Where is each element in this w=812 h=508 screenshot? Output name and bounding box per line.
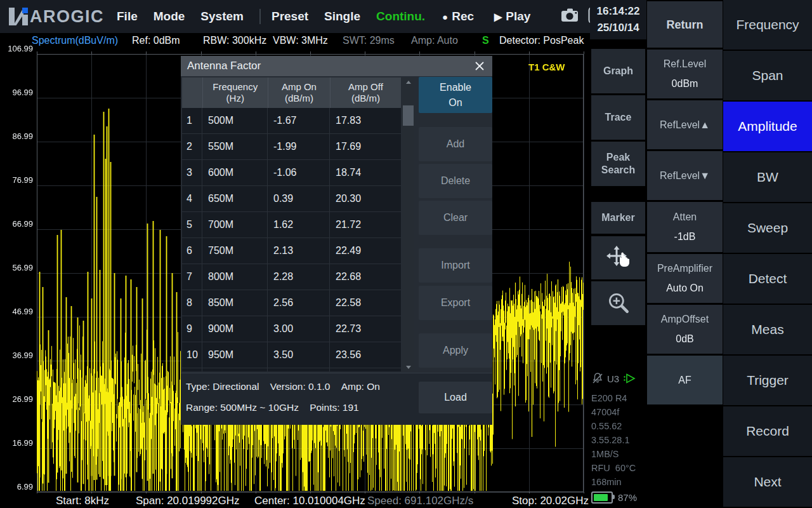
menu-meas[interactable]: Meas	[723, 305, 812, 354]
scroll-down-icon[interactable]	[402, 363, 414, 371]
y-axis-tick: 106.99	[1, 44, 33, 53]
submenu-label: Atten	[673, 210, 697, 224]
table-row[interactable]: 7800M2.2822.68	[182, 264, 401, 290]
export-button[interactable]: Export	[419, 286, 492, 320]
cell-amp-on[interactable]: 2.56	[268, 290, 330, 316]
dialog-titlebar[interactable]: Antenna Factor	[181, 56, 492, 76]
cell-amp-on[interactable]: 2.13	[268, 238, 330, 264]
rec-button[interactable]: ● Rec	[442, 10, 474, 23]
menu-detect[interactable]: Detect	[723, 254, 812, 304]
pan-button[interactable]	[591, 236, 645, 279]
scroll-up-icon[interactable]	[402, 78, 414, 86]
nav-button-graph[interactable]: Graph	[591, 49, 645, 93]
cell-frequency[interactable]: 950M	[202, 342, 268, 368]
table-scrollbar[interactable]	[402, 77, 414, 371]
table-row[interactable]: 3600M-1.0618.74	[182, 160, 401, 186]
cell-amp-on[interactable]: 2.28	[268, 264, 330, 290]
cell-index: 9	[182, 316, 202, 342]
enable-toggle-button[interactable]: Enable On	[419, 77, 492, 113]
cell-frequency[interactable]: 500M	[202, 108, 268, 133]
cell-amp-off[interactable]: 22.58	[330, 290, 401, 316]
cell-amp-on[interactable]: 0.39	[268, 186, 330, 211]
menu-item-single[interactable]: Single	[324, 10, 360, 23]
table-row[interactable]: 10950M3.5023.56	[182, 342, 401, 368]
cell-amp-on[interactable]: -1.67	[268, 108, 330, 133]
usb-status: U3	[607, 373, 619, 384]
cell-amp-off[interactable]: 20.30	[330, 186, 401, 211]
cell-amp-off[interactable]: 22.49	[330, 238, 401, 264]
y-axis-tick: 36.99	[1, 351, 33, 360]
submenu-atten[interactable]: Atten-1dB	[647, 202, 723, 252]
cell-amp-on[interactable]: 3.50	[268, 342, 330, 368]
menu-sweep[interactable]: Sweep	[723, 203, 812, 253]
menu-next[interactable]: Next	[723, 457, 812, 507]
table-row[interactable]: 1500M-1.6717.83	[182, 108, 401, 134]
table-row[interactable]: 5700M1.6221.72	[182, 212, 401, 238]
table-row[interactable]: 2550M-1.9917.69	[182, 134, 401, 160]
table-body[interactable]: 1500M-1.6717.832550M-1.9917.693600M-1.06…	[182, 108, 401, 371]
cell-amp-off[interactable]: 22.73	[330, 316, 401, 342]
play-button[interactable]: ▶ Play	[494, 10, 530, 23]
load-button[interactable]: Load	[419, 382, 492, 413]
menu-span[interactable]: Span	[723, 51, 812, 100]
cell-frequency[interactable]: 650M	[202, 186, 268, 211]
table-row[interactable]: 111G3.9124.50	[182, 368, 401, 371]
delete-button[interactable]: Delete	[419, 164, 492, 198]
submenu-reflevel[interactable]: Ref.Level0dBm	[647, 50, 723, 98]
apply-button[interactable]: Apply	[419, 333, 492, 368]
nav-button-marker[interactable]: Marker	[591, 202, 645, 234]
cell-frequency[interactable]: 550M	[202, 134, 268, 159]
cell-amp-on[interactable]: -1.06	[268, 160, 330, 185]
table-row[interactable]: 8850M2.5622.58	[182, 290, 401, 316]
cell-amp-off[interactable]: 23.56	[330, 342, 401, 368]
submenu-af[interactable]: AF	[647, 356, 723, 404]
cell-index: 1	[182, 108, 202, 133]
cell-amp-on[interactable]: 1.62	[268, 212, 330, 237]
zoom-button[interactable]	[591, 281, 645, 325]
antenna-factor-table[interactable]: Frequency(Hz)Amp On(dB/m)Amp Off(dB/m) 1…	[182, 77, 401, 371]
scrollbar-thumb[interactable]	[403, 105, 414, 126]
nav-button-peak-search[interactable]: Peak Search	[591, 142, 645, 186]
nav-button-trace[interactable]: Trace	[591, 95, 645, 140]
clear-button[interactable]: Clear	[419, 201, 492, 235]
menu-item-mode[interactable]: Mode	[154, 10, 185, 23]
import-button[interactable]: Import	[419, 248, 492, 283]
close-button[interactable]	[472, 58, 487, 74]
menu-item-file[interactable]: File	[117, 10, 138, 23]
menu-item-preset[interactable]: Preset	[272, 10, 308, 23]
cell-amp-off[interactable]: 22.68	[330, 264, 401, 290]
table-row[interactable]: 9900M3.0022.73	[182, 316, 401, 342]
cell-amp-on[interactable]: 3.00	[268, 316, 330, 342]
return-button[interactable]: Return	[647, 1, 723, 48]
cell-frequency[interactable]: 1G	[202, 368, 268, 371]
submenu-ampoffset[interactable]: AmpOffset0dB	[647, 305, 723, 354]
cell-frequency[interactable]: 850M	[202, 290, 268, 316]
add-button[interactable]: Add	[419, 127, 492, 161]
submenu-reflevel[interactable]: RefLevel▲	[647, 100, 723, 149]
cell-frequency[interactable]: 800M	[202, 264, 268, 290]
cell-amp-off[interactable]: 17.83	[330, 108, 401, 133]
cell-amp-off[interactable]: 17.69	[330, 134, 401, 159]
table-row[interactable]: 4650M0.3920.30	[182, 186, 401, 212]
screenshot-button[interactable]	[561, 8, 580, 25]
cell-amp-on[interactable]: -1.99	[268, 134, 330, 159]
cell-amp-off[interactable]: 18.74	[330, 160, 401, 185]
menu-item-continu[interactable]: Continu.	[376, 10, 425, 23]
menu-record[interactable]: Record	[723, 406, 812, 456]
menu-bw[interactable]: BW	[723, 152, 812, 202]
menu-frequency[interactable]: Frequency	[723, 0, 812, 50]
submenu-label: AF	[678, 374, 691, 387]
cell-amp-off[interactable]: 24.50	[330, 368, 401, 371]
submenu-reflevel[interactable]: RefLevel▼	[647, 151, 723, 200]
table-row[interactable]: 6750M2.1322.49	[182, 238, 401, 264]
cell-frequency[interactable]: 900M	[202, 316, 268, 342]
cell-frequency[interactable]: 750M	[202, 238, 268, 264]
submenu-preamplifier[interactable]: PreAmplifierAuto On	[647, 254, 723, 303]
cell-frequency[interactable]: 700M	[202, 212, 268, 237]
menu-item-system[interactable]: System	[200, 10, 244, 23]
cell-amp-off[interactable]: 21.72	[330, 212, 401, 237]
cell-amp-on[interactable]: 3.91	[268, 368, 330, 371]
cell-frequency[interactable]: 600M	[202, 160, 268, 185]
menu-trigger[interactable]: Trigger	[723, 356, 812, 405]
menu-amplitude[interactable]: Amplitude	[723, 102, 812, 151]
